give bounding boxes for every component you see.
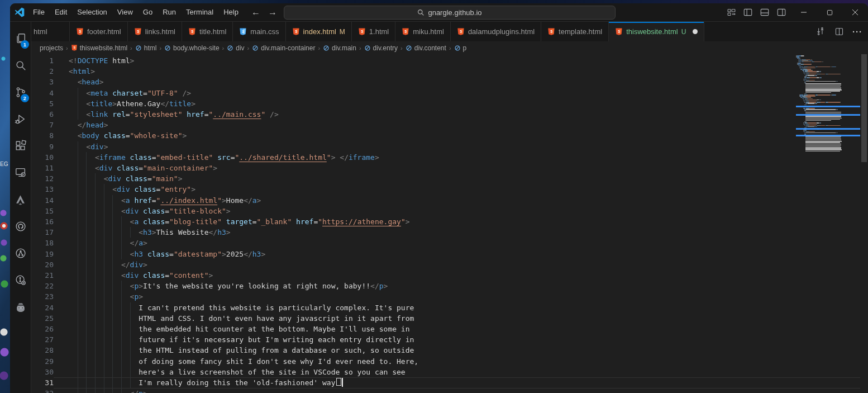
line-number[interactable]: 26 (31, 324, 54, 334)
run-and-debug-icon[interactable] (10, 106, 31, 132)
menu-view[interactable]: View (112, 3, 138, 21)
code-line[interactable]: 29of doing some fancy shit I don't see w… (31, 356, 860, 367)
menu-help[interactable]: Help (218, 3, 244, 21)
breadcrumb-item-div-main-container[interactable]: div.main-container (252, 44, 315, 52)
split-editor-icon[interactable] (834, 27, 844, 37)
toggle-secondary-sidebar-icon[interactable] (776, 7, 786, 17)
search-icon[interactable] (10, 52, 31, 79)
dirty-indicator[interactable] (693, 29, 698, 34)
code-line[interactable]: 4<meta charset="UTF-8" /> (31, 88, 860, 98)
more-actions-icon[interactable]: ··· (852, 27, 862, 37)
history-forward-button[interactable]: → (268, 7, 277, 17)
close-button[interactable] (842, 3, 868, 21)
breadcrumb-item-div-main[interactable]: div.main (323, 44, 356, 52)
line-number[interactable]: 4 (31, 88, 54, 98)
code-line[interactable]: 27future if it's necessary but I'm writi… (31, 334, 860, 345)
code-line[interactable]: 16<a class="blog-title" target="_blank" … (31, 216, 860, 227)
line-number[interactable]: 18 (31, 238, 54, 248)
code-line[interactable]: 1<!DOCTYPE html> (31, 55, 860, 66)
breadcrumb-item-html[interactable]: html (135, 44, 157, 52)
history-back-button[interactable]: ← (251, 7, 260, 17)
code-line[interactable]: 9<div> (31, 141, 860, 152)
tab-1.html[interactable]: 51.html (352, 22, 395, 41)
line-number[interactable]: 10 (31, 152, 54, 163)
gitlens-icon[interactable] (10, 267, 31, 293)
line-number[interactable]: 6 (31, 109, 54, 120)
git-graph-icon[interactable] (10, 240, 31, 267)
code-line[interactable]: 13<div class="entry"> (31, 184, 860, 195)
line-number[interactable]: 28 (31, 345, 54, 356)
line-number[interactable]: 3 (31, 77, 54, 87)
code-line[interactable]: 24I can't pretend this website is partic… (31, 302, 860, 313)
code-line[interactable]: 31I'm really doing this the 'old-fashion… (31, 377, 860, 388)
code-line[interactable]: 15<div class="title-block"> (31, 206, 860, 216)
minimap[interactable] (796, 55, 860, 393)
menu-file[interactable]: File (28, 3, 50, 21)
code-line[interactable]: 23<p> (31, 291, 860, 302)
code-line[interactable]: 10<iframe class="embed-title" src="../sh… (31, 152, 860, 163)
line-number[interactable]: 23 (31, 291, 54, 302)
tab-index.html[interactable]: 5index.htmlM (286, 22, 352, 41)
code-line[interactable]: 19<h3 class="datestamp">2025</h3> (31, 249, 860, 259)
line-number[interactable]: 14 (31, 195, 54, 206)
tab-dalamudplugins.html[interactable]: 5dalamudplugins.html (451, 22, 541, 41)
code-line[interactable]: 5<title>Athene.Gay</title> (31, 98, 860, 109)
minimize-button[interactable] (791, 3, 817, 21)
toggle-primary-sidebar-icon[interactable] (743, 7, 753, 17)
line-number[interactable]: 8 (31, 130, 54, 141)
code-line[interactable]: 3<head> (31, 77, 860, 87)
explorer-icon[interactable]: 1 (10, 25, 31, 52)
tab-miku.html[interactable]: 5miku.html (395, 22, 451, 41)
code-line[interactable]: 22<p>It's the website you're looking at … (31, 281, 860, 291)
code-line[interactable]: 32</p> (31, 388, 860, 393)
line-number[interactable]: 32 (31, 388, 54, 393)
open-changes-icon[interactable] (815, 27, 826, 37)
tab-thiswebsite.html[interactable]: 5thiswebsite.htmlU (609, 22, 704, 41)
maximize-button[interactable] (817, 3, 842, 21)
code-editor[interactable]: 1<!DOCTYPE html>2<html>3<head>4<meta cha… (31, 54, 868, 393)
line-number[interactable]: 5 (31, 98, 54, 109)
code-line[interactable]: 28the HTML instead of pulling from a dat… (31, 345, 860, 356)
breadcrumb-item-p[interactable]: p (454, 44, 467, 52)
line-number[interactable]: 22 (31, 281, 54, 291)
line-number[interactable]: 12 (31, 173, 54, 184)
customize-layout-icon[interactable] (726, 7, 736, 17)
code-line[interactable]: 26the embedded hit counter at the bottom… (31, 324, 860, 334)
command-center[interactable]: gnargle.github.io (284, 6, 616, 20)
tab-template.html[interactable]: 5template.html (541, 22, 609, 41)
line-number[interactable]: 19 (31, 249, 54, 259)
line-number[interactable]: 7 (31, 120, 54, 130)
godot-tools-icon[interactable] (10, 293, 31, 320)
line-number[interactable]: 15 (31, 206, 54, 216)
tab-main.css[interactable]: 3main.css (233, 22, 285, 41)
editor-scrollbar[interactable] (860, 54, 868, 393)
code-line[interactable]: 18</a> (31, 238, 860, 248)
line-number[interactable]: 25 (31, 313, 54, 324)
breadcrumb-item-div-content[interactable]: div.content (406, 44, 446, 52)
line-number[interactable]: 9 (31, 141, 54, 152)
line-number[interactable]: 21 (31, 270, 54, 281)
line-number[interactable]: 24 (31, 302, 54, 313)
breadcrumb-item-thiswebsite-html[interactable]: 5thiswebsite.html (71, 44, 127, 52)
line-number[interactable]: 31 (31, 377, 54, 388)
github-icon[interactable] (10, 213, 31, 240)
tab-links.html[interactable]: 5links.html (128, 22, 182, 41)
menu-run[interactable]: Run (158, 3, 181, 21)
code-line[interactable]: 20</div> (31, 259, 860, 270)
code-line[interactable]: 21<div class="content"> (31, 270, 860, 281)
line-number[interactable]: 13 (31, 184, 54, 195)
code-line[interactable]: 6<link rel="stylesheet" href="../main.cs… (31, 109, 860, 120)
menu-selection[interactable]: Selection (72, 3, 112, 21)
code-line[interactable]: 17<h3>This Website</h3> (31, 227, 860, 238)
menu-edit[interactable]: Edit (50, 3, 72, 21)
toggle-panel-icon[interactable] (760, 7, 770, 17)
line-number[interactable]: 11 (31, 163, 54, 173)
menu-go[interactable]: Go (138, 3, 158, 21)
line-number[interactable]: 27 (31, 334, 54, 345)
line-number[interactable]: 30 (31, 367, 54, 377)
code-line[interactable]: 2<html> (31, 66, 860, 77)
scrollbar-thumb[interactable] (861, 54, 867, 162)
code-line[interactable]: 14<a href="../index.html">Home</a> (31, 195, 860, 206)
code-line[interactable]: 7</head> (31, 120, 860, 130)
source-control-icon[interactable]: 2 (10, 79, 31, 106)
